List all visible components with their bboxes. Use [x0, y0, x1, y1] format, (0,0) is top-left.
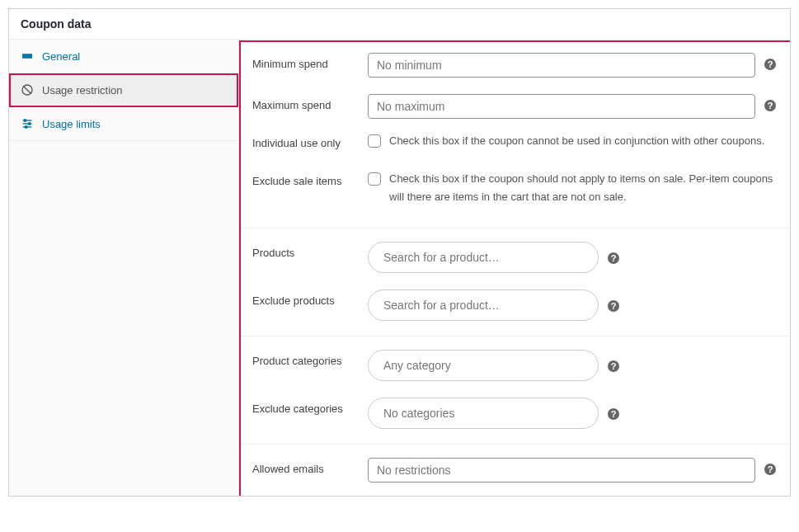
coupon-tabs-sidebar: General Usage restriction Usage limits: [9, 40, 239, 496]
svg-text:?: ?: [611, 361, 617, 371]
usage-restriction-content: Minimum spend ? Maximum spend ?: [239, 40, 790, 496]
svg-text:?: ?: [768, 101, 773, 111]
product-categories-input[interactable]: [368, 350, 599, 381]
row-exclude-products: Exclude products ?: [239, 276, 790, 324]
label-exclude-sale: Exclude sale items: [252, 170, 368, 187]
svg-point-6: [28, 123, 31, 125]
tab-usage-restriction[interactable]: Usage restriction: [9, 73, 238, 107]
svg-text:?: ?: [768, 464, 773, 474]
svg-text:?: ?: [611, 253, 617, 263]
individual-use-desc: Check this box if the coupon cannot be u…: [389, 132, 764, 150]
help-icon[interactable]: ?: [607, 360, 620, 373]
sliders-icon: [21, 117, 34, 130]
row-products: Products ?: [239, 228, 790, 276]
tab-label: General: [42, 50, 80, 63]
max-spend-input[interactable]: [368, 94, 755, 119]
panel-body: General Usage restriction Usage limits M…: [9, 40, 790, 496]
svg-point-7: [25, 126, 27, 129]
ban-icon: [21, 83, 34, 97]
label-product-categories: Product categories: [252, 350, 368, 367]
svg-line-1: [24, 87, 31, 94]
label-max-spend: Maximum spend: [252, 94, 368, 111]
label-allowed-emails: Allowed emails: [252, 458, 368, 475]
row-allowed-emails: Allowed emails ?: [239, 445, 790, 496]
svg-text:?: ?: [611, 409, 617, 419]
svg-text:?: ?: [768, 59, 773, 69]
min-spend-input[interactable]: [368, 53, 755, 78]
label-min-spend: Minimum spend: [252, 53, 368, 70]
row-individual-use: Individual use only Check this box if th…: [239, 122, 790, 160]
row-exclude-categories: Exclude categories ?: [239, 384, 790, 432]
help-icon[interactable]: ?: [607, 299, 620, 313]
help-icon[interactable]: ?: [607, 407, 620, 421]
label-exclude-products: Exclude products: [252, 290, 368, 307]
tab-general[interactable]: General: [9, 40, 238, 73]
exclude-sale-checkbox[interactable]: [368, 172, 381, 186]
help-icon[interactable]: ?: [764, 58, 777, 71]
row-max-spend: Maximum spend ?: [239, 81, 790, 122]
ticket-icon: [21, 49, 34, 63]
tab-label: Usage restriction: [42, 84, 123, 97]
individual-use-checkbox[interactable]: [368, 134, 381, 148]
label-exclude-categories: Exclude categories: [252, 398, 368, 415]
products-input[interactable]: [368, 242, 599, 273]
row-min-spend: Minimum spend ?: [239, 40, 790, 81]
svg-text:?: ?: [611, 301, 617, 311]
exclude-categories-input[interactable]: [368, 398, 599, 429]
tab-usage-limits[interactable]: Usage limits: [9, 107, 238, 141]
row-product-categories: Product categories ?: [239, 337, 790, 384]
exclude-sale-desc: Check this box if the coupon should not …: [389, 170, 782, 206]
help-icon[interactable]: ?: [764, 463, 777, 476]
tab-label: Usage limits: [42, 118, 101, 130]
panel-title: Coupon data: [9, 9, 790, 40]
help-icon[interactable]: ?: [764, 99, 777, 112]
help-icon[interactable]: ?: [607, 252, 620, 265]
label-individual-use: Individual use only: [252, 132, 368, 149]
label-products: Products: [252, 242, 368, 259]
exclude-products-input[interactable]: [368, 290, 599, 321]
svg-point-5: [24, 120, 26, 122]
allowed-emails-input[interactable]: [368, 458, 755, 483]
row-exclude-sale: Exclude sale items Check this box if the…: [239, 160, 790, 216]
coupon-data-panel: Coupon data General Usage restriction Us…: [8, 8, 791, 497]
